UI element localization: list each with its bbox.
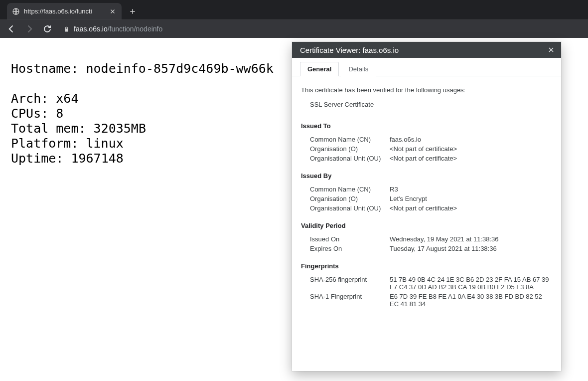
validity-expires: Expires OnTuesday, 17 August 2021 at 11:…	[301, 244, 552, 253]
validity-heading: Validity Period	[301, 222, 552, 229]
tab-details[interactable]: Details	[341, 62, 376, 76]
address-bar[interactable]: faas.o6s.io/function/nodeinfo	[60, 25, 582, 33]
issued-by-o: Organisation (O)Let's Encrypt	[301, 194, 552, 203]
section-issued-by: Issued By Common Name (CN)R3 Organisatio…	[301, 172, 552, 213]
mem-label: Total mem:	[11, 121, 94, 136]
issued-to-heading: Issued To	[301, 122, 552, 130]
forward-button[interactable]	[24, 23, 35, 34]
fingerprint-sha256: SHA-256 fingerprint51 7B 49 0B 4C 24 1E …	[301, 275, 552, 292]
url-path: /function/nodeinfo	[108, 25, 163, 33]
hostname-value: nodeinfo-857d9c469b-ww66k	[86, 61, 274, 76]
cert-usage: SSL Server Certificate	[301, 97, 552, 113]
hostname-label: Hostname:	[11, 61, 86, 76]
url: faas.o6s.io/function/nodeinfo	[74, 25, 162, 33]
tab-strip: https://faas.o6s.io/functi	[0, 0, 588, 19]
issued-to-o: Organisation (O)<Not part of certificate…	[301, 144, 552, 154]
cert-close-icon[interactable]	[546, 45, 556, 55]
tab-general[interactable]: General	[300, 62, 339, 76]
cert-title: Certificate Viewer: faas.o6s.io	[300, 46, 399, 54]
cert-intro: This certificate has been verified for t…	[301, 86, 552, 94]
issued-by-heading: Issued By	[301, 172, 552, 180]
browser-tab[interactable]: https://faas.o6s.io/functi	[7, 3, 122, 19]
issued-to-ou: Organisational Unit (OU)<Not part of cer…	[301, 154, 552, 163]
mem-value: 32035MB	[94, 121, 146, 136]
section-fingerprints: Fingerprints SHA-256 fingerprint51 7B 49…	[301, 262, 552, 309]
uptime-label: Uptime:	[11, 151, 71, 166]
certificate-dialog: Certificate Viewer: faas.o6s.io General …	[292, 42, 561, 371]
cpus-label: CPUs:	[11, 106, 56, 121]
cert-titlebar: Certificate Viewer: faas.o6s.io	[292, 42, 561, 58]
cpus-value: 8	[56, 106, 63, 121]
validity-issued: Issued OnWednesday, 19 May 2021 at 11:38…	[301, 234, 552, 244]
platform-label: Platform:	[11, 136, 86, 151]
reload-button[interactable]	[42, 23, 53, 34]
cert-tabs: General Details	[292, 58, 561, 76]
platform-value: linux	[86, 136, 124, 151]
tab-close-icon[interactable]	[109, 7, 117, 15]
issued-to-cn: Common Name (CN)faas.o6s.io	[301, 135, 552, 144]
issued-by-cn: Common Name (CN)R3	[301, 185, 552, 194]
url-host: faas.o6s.io	[74, 25, 108, 33]
issued-by-ou: Organisational Unit (OU)<Not part of cer…	[301, 203, 552, 213]
tab-title: https://faas.o6s.io/functi	[24, 7, 105, 15]
fingerprint-sha1: SHA-1 FingerprintE6 7D 39 FE B8 FE A1 0A…	[301, 292, 552, 309]
globe-icon	[12, 7, 20, 15]
section-issued-to: Issued To Common Name (CN)faas.o6s.io Or…	[301, 122, 552, 163]
new-tab-button[interactable]	[126, 4, 140, 18]
fingerprints-heading: Fingerprints	[301, 262, 552, 270]
uptime-value: 1967148	[71, 151, 123, 166]
section-validity: Validity Period Issued OnWednesday, 19 M…	[301, 222, 552, 253]
arch-label: Arch:	[11, 91, 56, 106]
arch-value: x64	[56, 91, 78, 106]
cert-body: This certificate has been verified for t…	[292, 76, 561, 318]
lock-icon	[63, 25, 70, 32]
browser-toolbar: faas.o6s.io/function/nodeinfo	[0, 19, 588, 38]
back-button[interactable]	[6, 23, 17, 34]
